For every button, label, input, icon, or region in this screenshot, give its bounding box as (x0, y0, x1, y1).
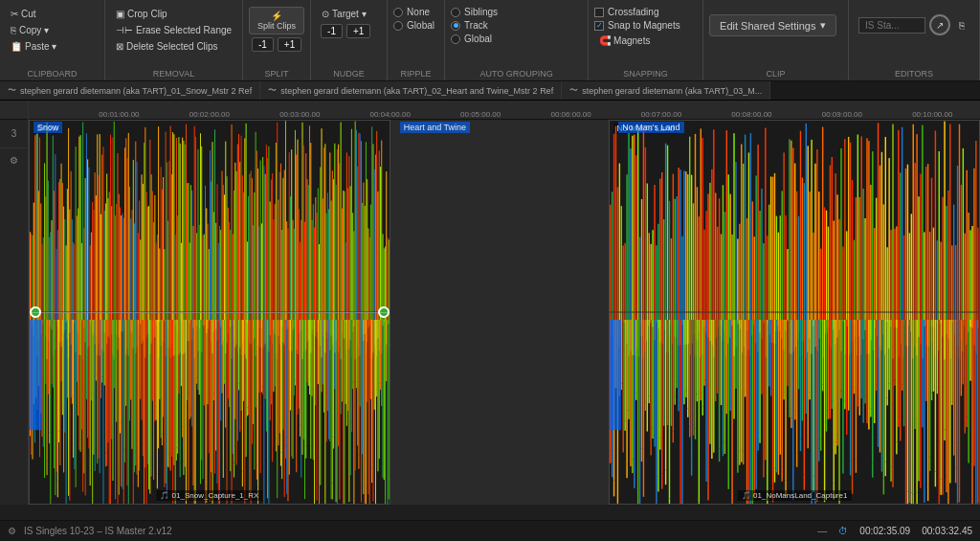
crossfading-checkbox (594, 8, 604, 17)
split-clips-button[interactable]: ⚡ Split Clips (249, 7, 304, 34)
clip-nomansland[interactable]: No Man's Land 🎵 01_NoMansLand_Capture1 (609, 120, 980, 505)
ripple-global-radio[interactable]: Global (393, 20, 438, 31)
magnets-button[interactable]: 🧲 Magnets (594, 34, 697, 48)
nudge-target-icon: ⊙ (322, 9, 329, 19)
clipboard-section: ✂ Cut ⎘ Copy ▾ 📋 Paste ▾ CLIPBOARD (0, 0, 105, 80)
track-tab-3[interactable]: 〜 stephen gerard dietemann (aka TART)_03… (562, 81, 770, 100)
crossfading-check[interactable]: Crossfading (594, 7, 697, 17)
snap-magnets-checkbox: ✓ (594, 21, 604, 31)
ripple-global-dot (393, 21, 403, 31)
scissors-icon: ✂ (11, 9, 18, 19)
nudge-plus-val: +1 (346, 24, 370, 38)
track-tab-2[interactable]: 〜 stephen gerard dietemann (aka TART)_02… (260, 81, 562, 100)
editors-section: ↗ ⎘ EDITORS (849, 0, 980, 80)
magnet-icon: 🧲 (599, 35, 611, 46)
track-dot (451, 21, 460, 31)
group-track-radio[interactable]: Track (451, 20, 488, 31)
group-global-radio[interactable]: Global (451, 34, 492, 44)
snow-clip-bottom-label: 🎵 01_Snow_Capture_1_RX (156, 490, 262, 501)
paste-button[interactable]: 📋 Paste ▾ (6, 39, 99, 54)
snap-magnets-check[interactable]: ✓ Snap to Magnets (594, 20, 697, 31)
gap-area (390, 120, 610, 505)
timeline-area: 3 ⚙ 00:01:00.00 00:02:00.00 00:03:00.00 … (0, 101, 980, 505)
nudge-minus-val: -1 (321, 24, 343, 38)
nomansland-clip-bottom-label: 🎵 01_NoMansLand_Capture1 (738, 490, 852, 501)
ripple-none-radio[interactable]: None (393, 7, 438, 17)
clip-snow[interactable]: Snow (29, 120, 390, 505)
group-siblings-radio[interactable]: Siblings (451, 7, 498, 17)
nudge-section: ⊙ Target ▾ -1 +1 NUDGE (311, 0, 388, 80)
dropdown-arrow-icon: ▾ (820, 19, 826, 32)
crop-clip-button[interactable]: ▣ Crop Clip (111, 7, 236, 21)
track-number-3: 3 (0, 120, 28, 148)
ripple-section: None Global RIPPLE (388, 0, 445, 80)
keyframe-line (30, 312, 390, 313)
ruler-tick-7: 00:07:00.00 (641, 110, 681, 119)
siblings-dot (451, 8, 460, 17)
split-icon: ⚡ (271, 11, 282, 21)
wave-icon-3: 〜 (569, 84, 578, 97)
wave-icon-2: 〜 (268, 84, 277, 97)
nudge-target-button[interactable]: ⊙ Target ▾ (317, 7, 381, 21)
ruler-tick-3: 00:03:00.00 (279, 110, 320, 119)
ruler-tick-8: 00:08:00.00 (731, 110, 771, 119)
paste-icon: 📋 (11, 41, 22, 52)
ripple-none-dot (393, 8, 403, 17)
is-start-input[interactable] (858, 17, 925, 34)
is-start-circle-button[interactable]: ↗ (929, 14, 950, 35)
erase-icon: ⊣⊢ (116, 25, 133, 35)
clip-section: Edit Shared Settings ▾ CLIP (703, 0, 849, 80)
auto-grouping-section: Siblings Track Global AUTO GROUPING (445, 0, 589, 80)
session-name: IS Singles 10-23 – IS Master 2.v12 (24, 526, 172, 536)
delete-icon: ⊠ (116, 41, 123, 52)
ruler-tick-9: 00:09:00.00 (822, 110, 862, 119)
copy-button[interactable]: ⎘ Copy ▾ (6, 23, 99, 37)
cut-button[interactable]: ✂ Cut (6, 7, 99, 21)
ruler-tick-6: 00:06:00.00 (550, 110, 590, 119)
track-tab-1[interactable]: 〜 stephen gerard dietemann (aka TART)_01… (0, 81, 260, 100)
time-icon: ⏱ (838, 526, 848, 536)
ruler-tick-5: 00:05:00.00 (460, 110, 501, 119)
track-tabs-bar: 〜 stephen gerard dietemann (aka TART)_01… (0, 81, 980, 101)
cursor-icon: ↗ (936, 20, 944, 31)
main-toolbar: ✂ Cut ⎘ Copy ▾ 📋 Paste ▾ CLIPBOARD ▣ Cro… (0, 0, 980, 81)
snapping-section: Crossfading ✓ Snap to Magnets 🧲 Magnets … (589, 0, 703, 80)
copy-to-icon: ⎘ (959, 20, 965, 31)
time-ruler: 00:01:00.00 00:02:00.00 00:03:00.00 00:0… (29, 101, 980, 120)
waveform-tracks-container: Snow (29, 120, 980, 505)
wave-icon-1: 〜 (8, 84, 16, 97)
split-minus-counter: -1 (252, 37, 274, 52)
track-settings-button[interactable]: ⚙ (5, 150, 24, 169)
erase-range-button[interactable]: ⊣⊢ Erase Selected Range (111, 23, 236, 37)
global-dot (451, 34, 460, 44)
scroll-indicator: — (817, 526, 827, 536)
delete-clips-button[interactable]: ⊠ Delete Selected Clips (111, 39, 236, 54)
current-time: 00:02:35.09 (859, 526, 910, 536)
total-time: 00:03:32.45 (922, 526, 972, 536)
copy-icon: ⎘ (11, 25, 16, 35)
gear-icon-bottom[interactable]: ⚙ (8, 526, 16, 536)
status-bar: ⚙ IS Singles 10-23 – IS Master 2.v12 — ⏱… (0, 520, 980, 541)
split-section: ⚡ Split Clips -1 +1 SPLIT (243, 0, 311, 80)
edit-shared-settings-button[interactable]: Edit Shared Settings ▾ (709, 14, 836, 36)
nudge-dropdown-icon: ▾ (362, 9, 367, 19)
ruler-tick-2: 00:02:00.00 (189, 110, 230, 119)
is-start-copy-button[interactable]: ⎘ (954, 18, 969, 33)
waveform-area[interactable]: 00:01:00.00 00:02:00.00 00:03:00.00 00:0… (29, 101, 980, 505)
ruler-tick-10: 00:10:00.00 (912, 110, 952, 119)
split-plus-counter: +1 (278, 37, 301, 52)
track-controls-sidebar: 3 ⚙ (0, 101, 29, 505)
ruler-tick-4: 00:04:00.00 (370, 110, 411, 119)
removal-section: ▣ Crop Clip ⊣⊢ Erase Selected Range ⊠ De… (105, 0, 243, 80)
crop-icon: ▣ (116, 9, 124, 19)
ruler-tick-1: 00:01:00.00 (99, 110, 139, 119)
